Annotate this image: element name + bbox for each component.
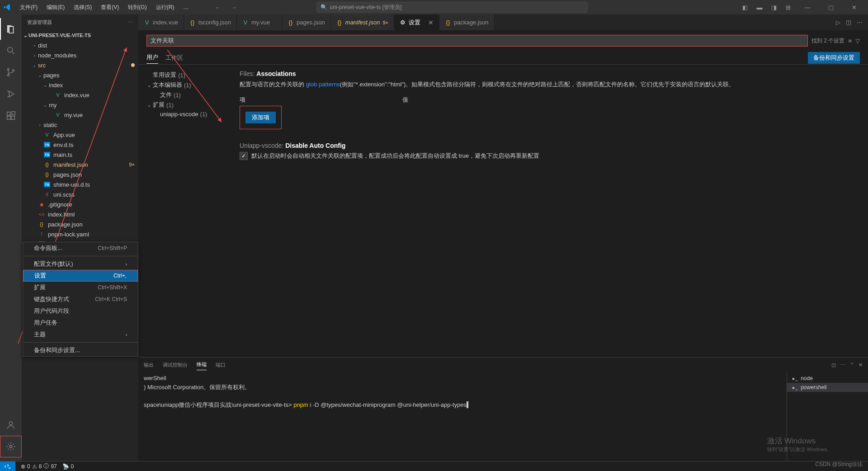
glob-patterns-link[interactable]: glob patterns xyxy=(306,81,340,88)
panel-close-icon[interactable]: ✕ xyxy=(859,362,863,368)
context-menu-item[interactable]: 配置文件(默认)› xyxy=(23,258,138,270)
terminal-node[interactable]: ▸_node xyxy=(787,374,868,383)
tree-file[interactable]: <>index.html xyxy=(22,209,138,219)
tree-file[interactable]: ◆.gitignore xyxy=(22,199,138,209)
more-actions-icon[interactable]: ⋯ xyxy=(857,19,863,26)
activity-scm[interactable] xyxy=(0,61,22,83)
toc-item[interactable]: ⌄文本编辑器(1) xyxy=(138,80,229,90)
add-item-button[interactable]: 添加项 xyxy=(245,112,276,123)
backup-sync-button[interactable]: 备份和同步设置 xyxy=(808,52,860,64)
tree-file[interactable]: #uni.scss xyxy=(22,189,138,199)
panel-tab-output[interactable]: 输出 xyxy=(144,360,154,370)
menu-goto[interactable]: 转到(G) xyxy=(124,2,150,13)
toc-item[interactable]: uniapp-vscode(1) xyxy=(138,110,229,118)
activity-explorer[interactable] xyxy=(0,18,22,40)
settings-funnel-icon[interactable]: ▽ xyxy=(855,38,860,44)
window-minimize[interactable]: — xyxy=(797,0,817,14)
project-header[interactable]: ⌄UNI-PRESET-VUE-VITE-TS xyxy=(22,30,138,40)
settings-toc: 常用设置(1)⌄文本编辑器(1)文件(1)⌄扩展(1)uniapp-vscode… xyxy=(138,65,229,357)
menu-select[interactable]: 选择(S) xyxy=(70,2,95,13)
svg-rect-6 xyxy=(11,116,14,119)
tree-file[interactable]: VApp.vue xyxy=(22,130,138,140)
tree-file[interactable]: {}package.json xyxy=(22,219,138,229)
terminal-powershell[interactable]: ▸_powershell xyxy=(787,383,868,392)
terminal-split-icon[interactable]: ◫ xyxy=(831,362,836,368)
context-menu-item[interactable]: 用户任务 xyxy=(23,317,138,329)
scope-workspace-tab[interactable]: 工作区 xyxy=(165,52,183,64)
menu-run[interactable]: 运行(R) xyxy=(152,2,178,13)
activity-debug[interactable] xyxy=(0,83,22,105)
svg-point-2 xyxy=(8,75,9,76)
panel-tab-terminal[interactable]: 终端 xyxy=(197,359,207,370)
context-menu-item[interactable]: 扩展Ctrl+Shift+X xyxy=(23,282,138,293)
tree-file[interactable]: {}manifest.json9+ xyxy=(22,160,138,170)
editor-tab[interactable]: {}manifest.json9+ xyxy=(331,14,394,30)
context-menu-item[interactable]: 备份和同步设置... xyxy=(23,344,138,356)
panel-more-icon[interactable]: ⋯ xyxy=(840,362,845,368)
tree-folder[interactable]: ⌄my xyxy=(22,100,138,110)
tree-folder[interactable]: ›static xyxy=(22,120,138,130)
tree-file[interactable]: !pnpm-lock.yaml xyxy=(22,229,138,239)
command-center[interactable]: 🔍uni-preset-vue-vite-ts [管理员] xyxy=(316,2,588,13)
tab-close-icon[interactable]: ✕ xyxy=(428,19,434,26)
activity-extensions[interactable] xyxy=(0,105,22,127)
menu-more[interactable]: … xyxy=(179,2,192,12)
editor-tab[interactable]: Vindex.vue xyxy=(138,14,184,30)
tree-file[interactable]: TSenv.d.ts xyxy=(22,140,138,150)
split-editor-icon[interactable]: ◫ xyxy=(846,19,851,26)
layout-toggle-panel[interactable]: ▬ xyxy=(754,2,765,13)
terminal-content[interactable]: werShell ) Microsoft Corporation。保留所有权利。… xyxy=(138,372,787,461)
panel-tab-debug[interactable]: 调试控制台 xyxy=(163,360,188,370)
menu-file[interactable]: 文件(F) xyxy=(16,2,41,13)
run-icon[interactable]: ▷ xyxy=(836,19,840,26)
tree-folder[interactable]: ›node_modules xyxy=(22,50,138,60)
tree-file[interactable]: Vindex.vue xyxy=(22,90,138,100)
context-menu-item[interactable]: 设置Ctrl+, xyxy=(23,270,138,282)
layout-toggle-secondary[interactable]: ◨ xyxy=(769,2,779,13)
tree-file[interactable]: TSshime-uni.d.ts xyxy=(22,179,138,189)
layout-customize[interactable]: ⊞ xyxy=(783,2,794,13)
disable-auto-checkbox[interactable]: ✓ xyxy=(240,152,248,160)
tree-folder[interactable]: ⌄index xyxy=(22,80,138,90)
toc-item[interactable]: ⌄扩展(1) xyxy=(138,100,229,110)
context-menu-item[interactable]: 键盘快捷方式Ctrl+K Ctrl+S xyxy=(23,293,138,305)
editor-tab[interactable]: {}tsconfig.json xyxy=(184,14,237,30)
toc-item[interactable]: 常用设置(1) xyxy=(138,70,229,80)
layout-toggle-primary[interactable]: ◧ xyxy=(740,2,750,13)
tree-file[interactable]: {}pages.json xyxy=(22,170,138,179)
menu-edit[interactable]: 编辑(E) xyxy=(43,2,68,13)
menu-view[interactable]: 查看(V) xyxy=(97,2,123,13)
panel-maximize-icon[interactable]: ⌃ xyxy=(850,362,854,368)
editor-tabs: Vindex.vue{}tsconfig.jsonVmy.vue{}pages.… xyxy=(138,14,868,30)
nav-back[interactable]: ← xyxy=(212,2,223,13)
editor-tab[interactable]: {}package.json xyxy=(439,14,495,30)
editor-tab[interactable]: Vmy.vue xyxy=(237,14,282,30)
vscode-logo xyxy=(4,4,11,11)
toc-item[interactable]: 文件(1) xyxy=(138,90,229,100)
window-close[interactable]: ✕ xyxy=(844,0,864,14)
window-maximize[interactable]: ▢ xyxy=(821,0,841,14)
activity-settings[interactable] xyxy=(0,436,22,457)
status-remote[interactable] xyxy=(0,462,15,471)
status-problems[interactable]: ⊗0 ⚠8 ⓘ97 xyxy=(21,462,57,470)
context-menu-item[interactable]: 用户代码片段 xyxy=(23,305,138,317)
panel-tab-ports[interactable]: 端口 xyxy=(216,360,226,370)
nav-forward[interactable]: → xyxy=(228,2,239,13)
activity-account[interactable] xyxy=(0,414,22,436)
editor-tab[interactable]: ⚙设置✕ xyxy=(394,14,439,30)
activity-search[interactable] xyxy=(0,40,22,61)
status-ports[interactable]: 📡0 xyxy=(62,463,74,470)
sidebar-more-icon[interactable]: ⋯ xyxy=(128,19,133,25)
scope-user-tab[interactable]: 用户 xyxy=(146,52,158,64)
tree-file[interactable]: TSmain.ts xyxy=(22,150,138,160)
editor-tab[interactable]: {}pages.json xyxy=(282,14,331,30)
context-menu-item[interactable]: 命令面板...Ctrl+Shift+P xyxy=(23,242,138,254)
tree-folder[interactable]: ⌄pages xyxy=(22,70,138,80)
settings-filter-icon[interactable]: ≡ xyxy=(848,38,852,44)
tree-folder[interactable]: ›dist xyxy=(22,40,138,50)
context-menu-item[interactable]: 主题› xyxy=(23,329,138,340)
settings-search-input[interactable] xyxy=(146,35,808,47)
tree-folder[interactable]: ⌄src xyxy=(22,60,138,70)
tree-file[interactable]: Vmy.vue xyxy=(22,110,138,120)
gear-icon xyxy=(6,442,16,452)
